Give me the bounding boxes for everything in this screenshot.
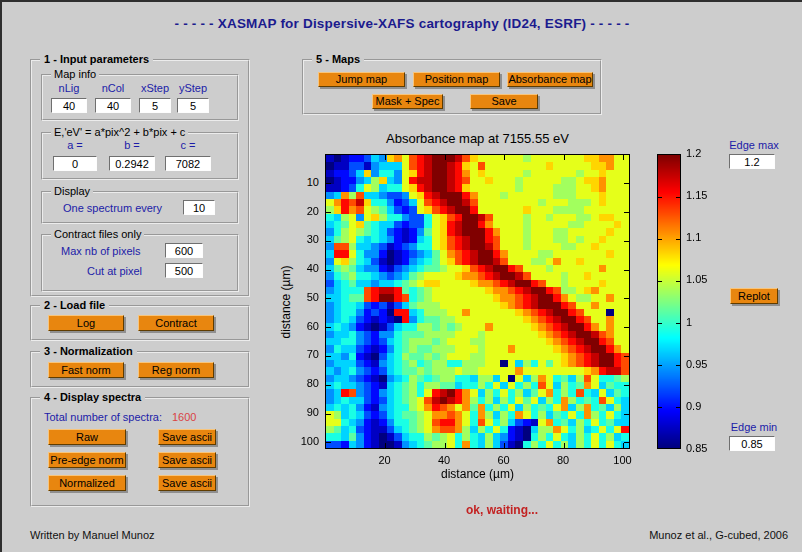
x-tick-label: 40 xyxy=(432,454,456,466)
pre-edge-norm-button[interactable]: Pre-edge norm xyxy=(48,452,126,468)
y-tick-mark xyxy=(326,385,331,386)
display-group-title: Display xyxy=(51,185,93,197)
y-tick-label: 90 xyxy=(295,406,319,418)
raw-button[interactable]: Raw xyxy=(48,429,126,445)
y-tick-mark xyxy=(624,356,629,357)
ystep-input[interactable] xyxy=(177,98,209,113)
energy-calibration-title: E,'eV' = a*pix^2 + b*pix + c xyxy=(51,126,188,138)
x-tick-mark xyxy=(445,443,446,448)
y-tick-mark xyxy=(624,385,629,386)
x-tick-mark xyxy=(564,155,565,160)
coef-a-input[interactable] xyxy=(53,156,97,171)
log-button[interactable]: Log xyxy=(48,315,124,331)
x-tick-mark xyxy=(564,443,565,448)
y-axis-label: distance (µm) xyxy=(278,154,294,449)
ncol-label: nCol xyxy=(95,82,131,94)
x-tick-label: 20 xyxy=(373,454,397,466)
x-tick-mark xyxy=(504,155,505,160)
y-tick-mark xyxy=(624,270,629,271)
save-map-button[interactable]: Save xyxy=(470,94,538,109)
frame-maps: 5 - Maps Jump map Position map Absorbanc… xyxy=(302,59,602,115)
colorbar-tick-label: 0.9 xyxy=(686,400,701,412)
citation: Munoz et al., G-cubed, 2006 xyxy=(649,529,788,541)
y-tick-mark xyxy=(326,327,331,328)
x-axis-label: distance (µm) xyxy=(325,467,630,481)
cut-pixel-label: Cut at pixel xyxy=(87,265,142,277)
coef-b-input[interactable] xyxy=(109,156,155,171)
absorbance-map-button[interactable]: Absorbance map xyxy=(507,72,593,87)
map-info-group: Map info nLig nCol xStep yStep xyxy=(41,74,239,121)
y-tick-label: 40 xyxy=(295,262,319,274)
colorbar-tick-label: 1.05 xyxy=(686,273,707,285)
y-tick-label: 30 xyxy=(295,233,319,245)
edge-min-input[interactable] xyxy=(729,436,775,451)
colorbar-tick-mark xyxy=(658,323,662,324)
colorbar-gradient xyxy=(658,155,680,448)
cut-pixel-input[interactable] xyxy=(165,263,203,278)
y-tick-mark xyxy=(624,212,629,213)
coef-c-label: c = xyxy=(165,139,211,151)
edge-max-label: Edge max xyxy=(729,139,779,151)
y-tick-mark xyxy=(326,270,331,271)
coef-a-label: a = xyxy=(53,139,97,151)
coef-c-input[interactable] xyxy=(165,156,211,171)
jump-map-button[interactable]: Jump map xyxy=(318,72,405,87)
max-pixels-label: Max nb of pixels xyxy=(61,245,140,257)
reg-norm-button[interactable]: Reg norm xyxy=(138,362,214,378)
one-spectrum-every-input[interactable] xyxy=(183,200,215,215)
max-pixels-input[interactable] xyxy=(165,243,203,258)
y-tick-mark xyxy=(326,298,331,299)
ystep-label: yStep xyxy=(177,82,209,94)
absorbance-heatmap xyxy=(326,155,629,448)
nlig-input[interactable] xyxy=(51,98,87,113)
colorbar-tick-mark xyxy=(676,197,680,198)
y-tick-mark xyxy=(326,442,331,443)
replot-button[interactable]: Replot xyxy=(730,288,778,304)
y-tick-mark xyxy=(624,327,629,328)
normalized-button[interactable]: Normalized xyxy=(48,475,126,491)
save-ascii-normalized-button[interactable]: Save ascii xyxy=(158,475,216,491)
colorbar-tick-mark xyxy=(676,281,680,282)
y-tick-mark xyxy=(326,241,331,242)
total-spectra-label: Total number of spectra: xyxy=(44,411,162,423)
frame-display-spectra-title: 4 - Display spectra xyxy=(40,391,145,403)
position-map-button[interactable]: Position map xyxy=(413,72,500,87)
frame-load-file: 2 - Load file Log Contract xyxy=(30,305,250,341)
colorbar-tick-mark xyxy=(658,407,662,408)
colorbar-tick-mark xyxy=(676,407,680,408)
y-tick-label: 10 xyxy=(295,176,319,188)
x-tick-label: 60 xyxy=(492,454,516,466)
edge-min-label: Edge min xyxy=(729,421,779,433)
edge-max-input[interactable] xyxy=(729,154,775,169)
y-tick-label: 20 xyxy=(295,205,319,217)
save-ascii-raw-button[interactable]: Save ascii xyxy=(158,429,216,445)
display-group: Display One spectrum every xyxy=(41,191,239,224)
author-note: Written by Manuel Munoz xyxy=(30,529,155,541)
save-ascii-preedge-button[interactable]: Save ascii xyxy=(158,452,216,468)
frame-input-parameters-title: 1 - Input parameters xyxy=(40,53,153,65)
y-tick-label: 100 xyxy=(295,435,319,447)
frame-normalization-title: 3 - Normalization xyxy=(40,345,137,357)
fast-norm-button[interactable]: Fast norm xyxy=(48,362,124,378)
y-tick-mark xyxy=(624,414,629,415)
frame-maps-title: 5 - Maps xyxy=(312,53,364,65)
y-tick-label: 60 xyxy=(295,320,319,332)
x-tick-mark xyxy=(445,155,446,160)
ncol-input[interactable] xyxy=(95,98,131,113)
colorbar-tick-mark xyxy=(676,323,680,324)
plot-title: Absorbance map at 7155.55 eV xyxy=(325,131,630,146)
frame-normalization: 3 - Normalization Fast norm Reg norm xyxy=(30,351,250,388)
x-tick-mark xyxy=(385,443,386,448)
colorbar-tick-label: 1.15 xyxy=(686,189,707,201)
mask-spec-button[interactable]: Mask + Spec xyxy=(372,94,443,109)
y-tick-label: 70 xyxy=(295,348,319,360)
y-tick-mark xyxy=(624,183,629,184)
colorbar-tick-label: 0.95 xyxy=(686,358,707,370)
colorbar-tick-label: 1.2 xyxy=(686,147,701,159)
plot-area xyxy=(325,154,630,449)
contract-button[interactable]: Contract xyxy=(138,315,214,331)
y-tick-mark xyxy=(624,241,629,242)
xstep-input[interactable] xyxy=(139,98,171,113)
colorbar-tick-mark xyxy=(676,365,680,366)
y-tick-mark xyxy=(624,298,629,299)
